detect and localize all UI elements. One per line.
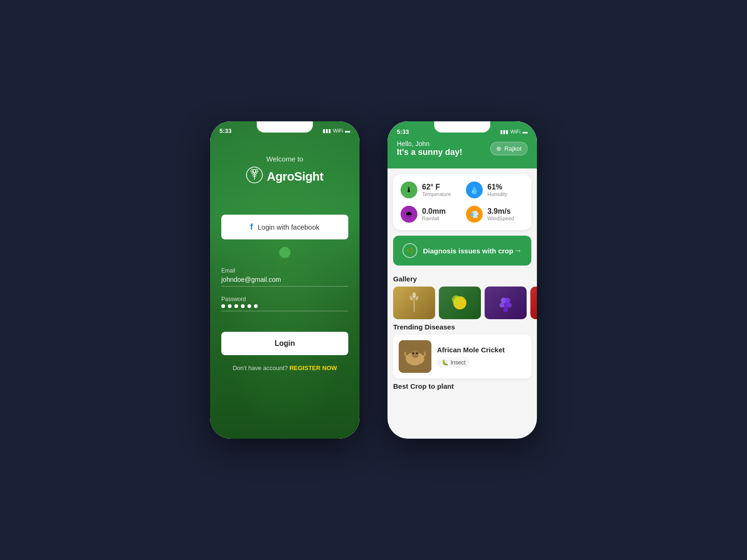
gallery-item-grapes[interactable] [485,287,527,319]
notch [257,121,313,133]
welcome-text: Welcome to [267,155,303,163]
wind-item: 💨 3.9m/s WindSpeed [466,206,524,223]
svg-point-13 [507,303,512,308]
disease-name: African Mole Cricket [437,346,505,354]
humidity-item: 💧 61% Humidity [466,182,524,198]
battery-icon: ▬ [345,128,350,133]
email-group: Email johndoe@gmail.com [221,267,348,287]
email-label: Email [221,267,348,274]
weather-card: 🌡 62° F Temperature 💧 61% Humidity [393,174,531,230]
login-button[interactable]: Login [221,332,348,355]
temperature-icon: 🌡 [401,182,417,198]
disease-tag: 🐛 Insect [437,357,470,368]
humidity-label: Humidity [487,191,507,197]
gallery-item-red[interactable] [530,287,537,319]
login-content: Welcome to [210,136,359,383]
rainfall-item: 🌧 0.0mm Rainfall [401,206,458,223]
rainfall-value: 0.0mm [422,207,446,216]
disease-card[interactable]: African Mole Cricket 🐛 Insect [393,335,531,378]
phones-container: 5:33 ▮▮▮ WiFi ▬ Welcome to [210,121,537,439]
temp-value: 62° F [422,183,451,191]
wind-value: 3.9m/s [487,207,514,216]
wind-label: WindSpeed [487,216,514,221]
svg-point-19 [412,352,414,354]
humidity-icon: 💧 [466,182,483,198]
insect-icon: 🐛 [442,359,449,366]
diagnosis-button[interactable]: 🌿 Diagnosis issues with crop → [393,236,531,266]
location-badge[interactable]: ⊕ Rajkot [490,142,528,155]
facebook-icon: f [250,222,253,232]
logo-icon [246,167,263,187]
disease-image [399,340,431,373]
disease-tag-label: Insect [451,359,465,366]
greeting-hello: Hello, John [397,140,462,147]
login-phone: 5:33 ▮▮▮ WiFi ▬ Welcome to [210,121,359,439]
register-now-link[interactable]: REGISTER NOW [289,364,337,371]
location-text: Rajkot [504,145,521,152]
diagnosis-left: 🌿 Diagnosis issues with crop [402,243,513,258]
login-status-icons: ▮▮▮ WiFi ▬ [323,128,350,134]
divider-dot [279,247,290,258]
wind-icon: 💨 [466,206,483,223]
home-wifi-icon: WiFi [510,129,521,134]
greeting-sunny: It's a sunny day! [397,147,462,157]
register-prompt: Don't have account? [233,364,288,371]
svg-point-12 [500,303,504,308]
disease-info: African Mole Cricket 🐛 Insect [437,346,505,368]
weather-grid: 🌡 62° F Temperature 💧 61% Humidity [401,182,524,223]
humidity-value: 61% [487,183,507,191]
password-dots[interactable] [221,304,348,311]
home-scroll[interactable]: 🌡 62° F Temperature 💧 61% Humidity [388,168,537,439]
facebook-login-button[interactable]: f Login with facebook [221,215,348,239]
trending-title: Trending Diseases [388,319,537,335]
diagnosis-label: Diagnosis issues with crop [423,247,513,255]
home-header-content: Hello, John It's a sunny day! ⊕ Rajkot [397,140,528,157]
home-notch [434,121,490,133]
home-signal-icon: ▮▮▮ [500,129,508,135]
best-crop-title: Best Crop to plant [388,378,537,394]
diagnosis-icon: 🌿 [402,243,417,258]
gallery-scroll[interactable] [388,287,537,319]
rainfall-icon: 🌧 [401,206,417,223]
login-time: 5:33 [219,127,232,134]
svg-point-14 [503,308,508,312]
signal-icon: ▮▮▮ [323,128,331,134]
facebook-btn-label: Login with facebook [258,223,320,231]
temp-label: Temperature [422,191,451,197]
temperature-item: 🌡 62° F Temperature [401,182,458,198]
email-value[interactable]: johndoe@gmail.com [221,276,348,287]
svg-point-20 [416,352,418,354]
logo-area: AgroSight [246,167,323,187]
home-battery-icon: ▬ [522,129,528,134]
greeting-area: Hello, John It's a sunny day! [397,140,462,157]
register-text: Don't have account? REGISTER NOW [233,364,337,371]
home-time: 5:33 [397,128,409,135]
password-label: Password [221,296,348,302]
gallery-title: Gallery [388,271,537,287]
home-phone: 5:33 ▮▮▮ WiFi ▬ Hello, John It's a sunny… [388,121,537,439]
svg-point-18 [411,350,419,358]
svg-point-8 [452,295,460,304]
home-status-icons: ▮▮▮ WiFi ▬ [500,129,528,135]
svg-point-4 [412,292,416,298]
wifi-icon: WiFi [333,128,343,133]
location-icon: ⊕ [496,145,501,152]
diagnosis-arrow-icon: → [514,246,522,256]
rainfall-label: Rainfall [422,216,446,221]
gallery-item-lemon[interactable] [439,287,481,319]
logo-text: AgroSight [267,169,323,184]
password-group: Password [221,296,348,311]
gallery-item-wheat[interactable] [393,287,435,319]
